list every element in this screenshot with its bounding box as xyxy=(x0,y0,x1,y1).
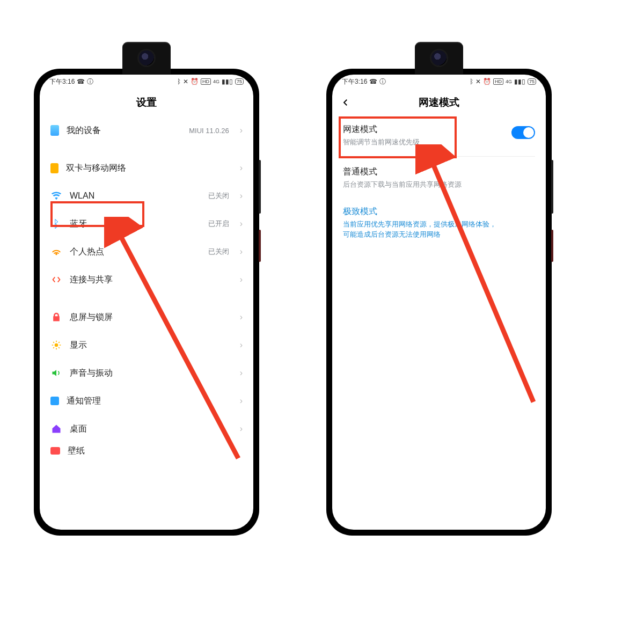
power-button xyxy=(551,230,553,262)
block-title: 网速模式 xyxy=(343,124,420,135)
block-desc: 当前应用优先享用网络资源，提供极速网络体验，可能造成后台资源无法使用网络 xyxy=(343,219,501,240)
status-bar: 下午3:16 ☎ ⓘ ᛒ ✕ ⏰ HD 4G ▮▮▯ 75 xyxy=(40,75,253,89)
svg-point-1 xyxy=(55,343,58,347)
chevron-right-icon: › xyxy=(240,163,243,173)
page-title: 设置 xyxy=(136,96,157,109)
chevron-right-icon: › xyxy=(240,275,243,284)
block-title: 普通模式 xyxy=(343,166,462,178)
volume-button xyxy=(551,160,553,214)
row-label: 通知管理 xyxy=(67,396,232,407)
battery-icon: 75 xyxy=(235,78,244,85)
row-bluetooth[interactable]: ᛒ 蓝牙 已开启 › xyxy=(40,210,253,238)
speaker-icon xyxy=(50,367,62,379)
phone-left: 下午3:16 ☎ ⓘ ᛒ ✕ ⏰ HD 4G ▮▮▯ 75 设置 我的设备 MI… xyxy=(34,69,259,536)
dnd-icon: ✕ xyxy=(183,78,188,85)
block-desc: 智能调节当前网速优先级 xyxy=(343,137,420,148)
call-icon: ☎ xyxy=(369,78,377,85)
row-label: 蓝牙 xyxy=(70,218,201,230)
status-right: ᛒ ✕ ⏰ HD 4G ▮▮▯ 75 xyxy=(177,78,244,85)
volume-button xyxy=(259,160,261,214)
row-value: MIUI 11.0.26 xyxy=(189,127,229,135)
camera-bump xyxy=(415,42,463,74)
info-icon: ⓘ xyxy=(87,77,93,86)
bluetooth-icon: ᛒ xyxy=(177,78,181,85)
chevron-right-icon: › xyxy=(240,396,243,406)
chevron-right-icon: › xyxy=(240,368,243,378)
row-label: 双卡与移动网络 xyxy=(66,163,232,174)
row-wallpaper[interactable]: 壁纸 xyxy=(40,443,253,459)
share-icon xyxy=(50,274,62,286)
status-bar: 下午3:16 ☎ ⓘ ᛒ ✕ ⏰ HD 4G ▮▮▯ 75 xyxy=(332,75,546,89)
info-icon: ⓘ xyxy=(379,77,386,86)
title-bar: 网速模式 xyxy=(332,89,546,116)
chevron-right-icon: › xyxy=(240,247,243,257)
row-lockscreen[interactable]: 息屏与锁屏 › xyxy=(40,303,253,331)
row-wlan[interactable]: WLAN 已关闭 › xyxy=(40,182,253,210)
network-icon: 4G xyxy=(213,79,219,84)
block-normal-mode[interactable]: 普通模式 后台资源下载与当前应用共享网络资源 xyxy=(332,159,546,199)
device-icon xyxy=(50,125,59,136)
chevron-right-icon: › xyxy=(240,340,243,350)
row-display[interactable]: 显示 › xyxy=(40,331,253,359)
status-time: 下午3:16 xyxy=(49,77,75,86)
chevron-right-icon: › xyxy=(240,312,243,322)
battery-icon: 75 xyxy=(528,78,536,85)
notification-icon xyxy=(50,397,59,405)
svg-point-0 xyxy=(55,253,57,255)
alarm-icon: ⏰ xyxy=(483,78,491,85)
screen-settings: 下午3:16 ☎ ⓘ ᛒ ✕ ⏰ HD 4G ▮▮▯ 75 设置 我的设备 MI… xyxy=(40,75,253,530)
row-label: 显示 xyxy=(70,340,232,351)
chevron-left-icon xyxy=(341,98,350,107)
dnd-icon: ✕ xyxy=(475,78,481,85)
row-connection-share[interactable]: 连接与共享 › xyxy=(40,266,253,294)
title-bar: 设置 xyxy=(40,89,253,116)
row-home[interactable]: 桌面 › xyxy=(40,415,253,443)
signal-icon: ▮▮▯ xyxy=(514,78,525,85)
status-right: ᛒ ✕ ⏰ HD 4G ▮▮▯ 75 xyxy=(470,78,536,85)
sim-icon xyxy=(50,163,58,173)
camera-bump xyxy=(122,42,171,74)
page-title: 网速模式 xyxy=(419,96,459,109)
wifi-icon xyxy=(50,190,62,202)
signal-icon: ▮▮▯ xyxy=(222,78,233,85)
block-desc: 后台资源下载与当前应用共享网络资源 xyxy=(343,180,462,190)
toggle-switch[interactable] xyxy=(511,126,535,139)
back-button[interactable] xyxy=(341,89,357,116)
power-button xyxy=(259,230,261,262)
block-extreme-mode[interactable]: 极致模式 当前应用优先享用网络资源，提供极速网络体验，可能造成后台资源无法使用网… xyxy=(332,199,546,248)
hotspot-icon xyxy=(50,246,62,258)
chevron-right-icon: › xyxy=(240,191,243,201)
row-sim[interactable]: 双卡与移动网络 › xyxy=(40,154,253,182)
chevron-right-icon: › xyxy=(240,126,243,135)
row-notifications[interactable]: 通知管理 › xyxy=(40,387,253,415)
row-label: WLAN xyxy=(70,191,201,201)
row-label: 息屏与锁屏 xyxy=(70,312,232,323)
row-label: 声音与振动 xyxy=(70,368,232,379)
status-time: 下午3:16 xyxy=(342,77,367,86)
row-value: 已关闭 xyxy=(208,191,229,201)
row-hotspot[interactable]: 个人热点 已关闭 › xyxy=(40,238,253,266)
row-label: 个人热点 xyxy=(70,246,201,258)
hd-icon: HD xyxy=(493,78,503,85)
brightness-icon xyxy=(50,339,62,351)
home-icon xyxy=(50,423,62,435)
bluetooth-icon: ᛒ xyxy=(50,218,62,230)
image-icon xyxy=(50,447,60,455)
block-netspeed-mode[interactable]: 网速模式 智能调节当前网速优先级 xyxy=(332,116,546,156)
call-icon: ☎ xyxy=(77,78,85,85)
row-my-device[interactable]: 我的设备 MIUI 11.0.26 › xyxy=(40,116,253,144)
row-label: 桌面 xyxy=(70,423,232,435)
row-label: 连接与共享 xyxy=(70,274,232,286)
row-value: 已关闭 xyxy=(208,247,229,257)
chevron-right-icon: › xyxy=(240,219,243,229)
chevron-right-icon: › xyxy=(240,424,243,434)
row-value: 已开启 xyxy=(208,219,229,229)
row-sound[interactable]: 声音与振动 › xyxy=(40,359,253,387)
block-title: 极致模式 xyxy=(343,206,501,217)
divider xyxy=(343,156,535,157)
network-icon: 4G xyxy=(506,79,512,84)
row-label: 壁纸 xyxy=(68,445,243,457)
alarm-icon: ⏰ xyxy=(191,78,199,85)
screen-netspeed: 下午3:16 ☎ ⓘ ᛒ ✕ ⏰ HD 4G ▮▮▯ 75 网速模式 网速模式 xyxy=(332,75,546,530)
lock-icon xyxy=(50,311,62,323)
